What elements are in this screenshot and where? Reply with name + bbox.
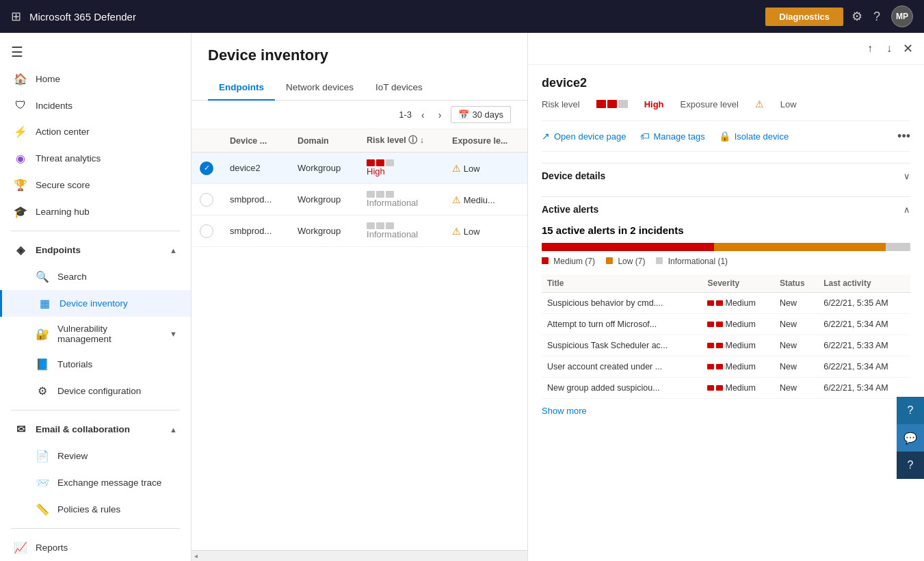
panel-up-button[interactable]: ↑ bbox=[864, 41, 875, 56]
sidebar-item-device-config[interactable]: ⚙ Device configuration bbox=[0, 378, 191, 404]
check-empty-icon bbox=[200, 224, 213, 238]
alert-row[interactable]: New group added suspiciou... Medium New … bbox=[542, 378, 910, 399]
more-actions-button[interactable]: ••• bbox=[897, 129, 910, 144]
sidebar-item-label: Home bbox=[36, 74, 60, 84]
sidebar-item-search[interactable]: 🔍 Search bbox=[0, 263, 191, 290]
pagination-info: 1-3 bbox=[399, 109, 412, 120]
sidebar-item-exchange-trace[interactable]: 📨 Exchange message trace bbox=[0, 469, 191, 496]
isolate-device-button[interactable]: 🔒 Isolate device bbox=[719, 128, 789, 144]
tab-iot-devices[interactable]: IoT devices bbox=[365, 75, 434, 101]
avatar[interactable]: MP bbox=[891, 5, 913, 27]
col-risk[interactable]: Risk level ⓘ ↓ bbox=[358, 129, 444, 153]
sidebar-item-label: Learning hub bbox=[36, 207, 90, 217]
sidebar-item-review[interactable]: 📄 Review bbox=[0, 443, 191, 469]
bar-medium bbox=[542, 243, 714, 251]
sidebar-item-home[interactable]: 🏠 Home bbox=[0, 66, 191, 92]
device-name-cell: device2 bbox=[222, 153, 289, 184]
alert-row[interactable]: Suspicious Task Scheduler ac... Medium N… bbox=[542, 335, 910, 356]
config-icon: ⚙ bbox=[36, 384, 49, 397]
row-check[interactable]: ✓ bbox=[192, 153, 222, 184]
sev-block-2 bbox=[716, 322, 723, 327]
col-status: Status bbox=[774, 274, 818, 293]
device-details-header[interactable]: Device details ∨ bbox=[542, 163, 910, 188]
device-name-cell: smbprod... bbox=[222, 184, 289, 216]
alert-status: New bbox=[774, 335, 818, 356]
active-alerts-header[interactable]: Active alerts ∧ bbox=[542, 196, 910, 222]
tab-bar: Endpoints Network devices IoT devices bbox=[192, 75, 527, 101]
sidebar-item-vulnerability[interactable]: 🔐 Vulnerability management ▼ bbox=[0, 317, 191, 351]
sidebar-item-device-inventory[interactable]: ▦ Device inventory bbox=[0, 290, 191, 317]
sidebar-item-policies[interactable]: 📏 Policies & rules bbox=[0, 496, 191, 523]
sidebar-item-threat-analytics[interactable]: ◉ Threat analytics bbox=[0, 145, 191, 172]
alert-row[interactable]: Attempt to turn off Microsof... Medium N… bbox=[542, 314, 910, 335]
date-filter[interactable]: 📅 30 days bbox=[451, 106, 511, 123]
diagnostics-button[interactable]: Diagnostics bbox=[765, 8, 843, 26]
sidebar-item-secure-score[interactable]: 🏆 Secure score bbox=[0, 172, 191, 198]
risk-block-2 bbox=[376, 222, 384, 229]
sidebar-toggle[interactable]: ☰ bbox=[0, 38, 191, 66]
table-row[interactable]: smbprod... Workgroup Informational ⚠ bbox=[192, 216, 527, 247]
sidebar-item-reports[interactable]: 📈 Reports bbox=[0, 534, 191, 561]
tab-network-devices[interactable]: Network devices bbox=[275, 75, 365, 101]
alert-row[interactable]: User account created under ... Medium Ne… bbox=[542, 356, 910, 378]
sidebar-item-label: Vulnerability management bbox=[57, 324, 161, 344]
sidebar-item-email-collab[interactable]: ✉ Email & collaboration ▲ bbox=[0, 416, 191, 443]
sidebar-item-label: Endpoints bbox=[36, 245, 81, 255]
alert-row[interactable]: Suspicious behavior by cmd.... Medium Ne… bbox=[542, 293, 910, 314]
pagination-prev-button[interactable]: ‹ bbox=[417, 108, 429, 122]
learning-icon: 🎓 bbox=[14, 205, 27, 218]
exposure-value: Low bbox=[464, 164, 480, 174]
chevron-up-icon-2: ▲ bbox=[170, 426, 177, 434]
col-exposure[interactable]: Exposure le... bbox=[444, 129, 527, 153]
sidebar-item-action-center[interactable]: ⚡ Action center bbox=[0, 118, 191, 145]
scroll-left-icon: ◂ bbox=[194, 552, 198, 560]
col-risk-label: Risk level bbox=[367, 135, 406, 145]
grid-icon[interactable]: ⊞ bbox=[11, 9, 21, 24]
settings-icon[interactable]: ⚙ bbox=[852, 9, 862, 24]
sidebar-item-endpoints[interactable]: ◈ Endpoints ▲ bbox=[0, 237, 191, 263]
app-title: Microsoft 365 Defender bbox=[29, 11, 757, 23]
alerts-header-row: Title Severity Status Last activity bbox=[542, 274, 910, 293]
exposure-cell: ⚠ Low bbox=[444, 153, 527, 184]
sidebar-item-label: Review bbox=[57, 451, 88, 461]
alert-last-activity: 6/22/21, 5:34 AM bbox=[818, 314, 910, 335]
detail-panel: ↑ ↓ ✕ device2 Risk level High Exposure l… bbox=[527, 33, 924, 561]
alert-last-activity: 6/22/21, 5:33 AM bbox=[818, 335, 910, 356]
float-btn-help[interactable]: ? bbox=[897, 397, 924, 424]
table-toolbar: 1-3 ‹ › 📅 30 days bbox=[192, 101, 527, 129]
open-device-label: Open device page bbox=[554, 131, 626, 142]
isolate-label: Isolate device bbox=[735, 131, 789, 142]
active-alerts-summary: 15 active alerts in 2 incidents bbox=[542, 224, 910, 236]
row-check[interactable] bbox=[192, 184, 222, 216]
risk-block-2 bbox=[376, 191, 384, 198]
isolate-icon: 🔒 bbox=[719, 131, 730, 142]
sidebar-item-label: Email & collaboration bbox=[36, 424, 130, 434]
detail-device-name: device2 bbox=[542, 76, 910, 90]
exposure-level-label: Exposure level bbox=[681, 99, 739, 109]
panel-down-button[interactable]: ↓ bbox=[884, 41, 895, 56]
sidebar-item-incidents[interactable]: 🛡 Incidents bbox=[0, 92, 191, 118]
col-severity: Severity bbox=[702, 274, 774, 293]
show-more-link[interactable]: Show more bbox=[542, 406, 587, 416]
risk-bar bbox=[367, 191, 436, 198]
risk-level-label: High bbox=[367, 166, 385, 177]
col-device[interactable]: Device ... bbox=[222, 129, 289, 153]
exposure-warning-icon: ⚠ bbox=[452, 226, 461, 237]
sidebar-item-tutorials[interactable]: 📘 Tutorials bbox=[0, 351, 191, 378]
risk-cell: Informational bbox=[358, 184, 444, 216]
table-row[interactable]: ✓ device2 Workgroup High bbox=[192, 153, 527, 184]
float-btn-info[interactable]: ? bbox=[897, 452, 924, 479]
open-device-button[interactable]: ↗ Open device page bbox=[542, 128, 626, 144]
float-btn-chat[interactable]: 💬 bbox=[897, 424, 924, 452]
horizontal-scrollbar[interactable]: ◂ bbox=[192, 550, 527, 561]
pagination-next-button[interactable]: › bbox=[434, 108, 446, 122]
main-layout: ☰ 🏠 Home 🛡 Incidents ⚡ Action center ◉ T… bbox=[0, 33, 924, 561]
panel-close-button[interactable]: ✕ bbox=[903, 41, 913, 56]
tab-endpoints[interactable]: Endpoints bbox=[208, 75, 275, 101]
col-domain[interactable]: Domain bbox=[289, 129, 358, 153]
sidebar-item-learning-hub[interactable]: 🎓 Learning hub bbox=[0, 198, 191, 225]
manage-tags-button[interactable]: 🏷 Manage tags bbox=[640, 128, 705, 144]
row-check[interactable] bbox=[192, 216, 222, 247]
help-icon[interactable]: ? bbox=[873, 10, 880, 24]
table-row[interactable]: smbprod... Workgroup Informational ⚠ bbox=[192, 184, 527, 216]
